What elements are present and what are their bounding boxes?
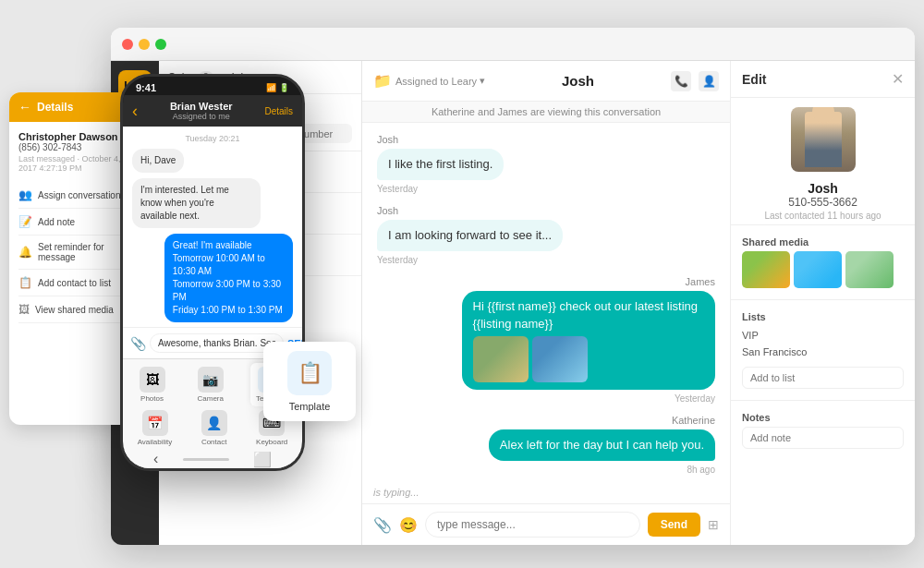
chat-messages: Josh I like the first listing. Yesterday… [362, 123, 730, 481]
contact-avatar [791, 107, 856, 172]
add-list-input[interactable] [742, 367, 904, 389]
message-group: James Hi {{first name}} check out our la… [377, 276, 715, 403]
contact-label: Contact [201, 438, 227, 446]
back-arrow-icon[interactable]: ← [18, 100, 31, 115]
message-input[interactable] [425, 512, 640, 538]
maximize-traffic-light[interactable] [155, 39, 166, 50]
phone-contact-sub: Assigned to me [170, 112, 233, 121]
image-thumbnail [532, 336, 588, 382]
message-group: Josh I like the first listing. Yesterday [377, 134, 715, 194]
msg-sender-name: Josh [377, 134, 398, 145]
view-media-label: View shared media [35, 305, 114, 315]
assign-label: Assign conversation [38, 190, 121, 200]
add-note-input[interactable] [742, 427, 904, 449]
right-panel-header: Edit ✕ [731, 61, 915, 98]
contact-icon: 👤 [201, 410, 227, 436]
viewers-bar: Katherine and James are viewing this con… [362, 102, 730, 123]
phone-date-label: Tuesday 20:21 [132, 134, 293, 143]
chat-input-area: 📎 😊 Send ⊞ [362, 503, 730, 545]
msg-timestamp: 8h ago [687, 465, 715, 475]
add-to-list-label: Add contact to list [38, 278, 111, 288]
phone-messages: Tuesday 20:21 Hi, Dave I'm interested. L… [123, 127, 302, 327]
photos-label: Photos [140, 394, 164, 403]
contact-phone: 510-555-3662 [731, 196, 915, 209]
phone-message-bubble: Great! I'm available Tomorrow 10:00 AM t… [164, 234, 293, 322]
template-popup-label: Template [289, 401, 331, 412]
media-thumbnail[interactable] [742, 251, 790, 288]
minimize-traffic-light[interactable] [139, 39, 150, 50]
media-thumbnail[interactable] [845, 251, 894, 288]
avatar-image [791, 107, 856, 172]
msg-sender-name: Josh [377, 205, 398, 216]
list-tag-sf: San Francisco [742, 345, 807, 358]
assign-label[interactable]: Assigned to Leary ▾ [395, 75, 485, 87]
right-panel-title: Edit [742, 72, 766, 87]
phone-time: 9:41 [136, 82, 156, 93]
detail-panel-title: Details [37, 101, 73, 114]
media-icon: 🖼 [18, 303, 30, 316]
toolbar-item-camera[interactable]: 📷 Camera [192, 363, 229, 406]
square-home-icon[interactable]: ⬜ [253, 451, 272, 468]
close-traffic-light[interactable] [122, 39, 133, 50]
notes-title: Notes [731, 405, 915, 427]
phone-header: ‹ Brian Wester Assigned to me Details [123, 95, 302, 127]
msg-sender-name: James [686, 276, 715, 287]
message-bubble: Alex left for the day but I can help you… [489, 429, 715, 461]
emoji-icon[interactable]: 😊 [399, 516, 418, 534]
list-icon: 📋 [18, 276, 32, 289]
chat-contact-name: Josh [492, 73, 663, 89]
attachment-icon[interactable]: 📎 [373, 516, 392, 534]
contact-last-contacted: Last contacted 11 hours ago [731, 211, 915, 221]
toolbar-item-photos[interactable]: 🖼 Photos [134, 363, 171, 406]
assign-icon: 👥 [18, 188, 32, 201]
divider [731, 224, 915, 225]
phone-back-icon[interactable]: ‹ [132, 102, 138, 121]
phone-contact-name: Brian Wester [170, 101, 233, 112]
photos-icon: 🖼 [140, 367, 165, 393]
close-button[interactable]: ✕ [892, 70, 904, 88]
title-bar [111, 28, 915, 61]
assign-dropdown-arrow-icon: ▾ [480, 75, 485, 87]
availability-icon: 📅 [142, 410, 168, 436]
camera-label: Camera [198, 394, 224, 403]
phone-home-bar: ‹ ⬜ [123, 450, 302, 468]
phone-message-bubble: Hi, Dave [132, 149, 184, 173]
camera-icon: 📷 [198, 367, 224, 393]
phone-status-bar: 9:41 📶 🔋 [123, 77, 302, 95]
msg-timestamp: Yesterday [377, 255, 418, 265]
phone-details-button[interactable]: Details [264, 106, 293, 116]
message-bubble: I am looking forward to see it... [377, 220, 563, 251]
divider [731, 400, 915, 401]
chat-header: 📁 Assigned to Leary ▾ Josh 📞 👤 [362, 61, 730, 102]
format-icon[interactable]: ⊞ [708, 517, 719, 532]
template-popup: 📋 Template [263, 342, 356, 421]
add-note-label: Add note [38, 217, 75, 227]
back-home-icon[interactable]: ‹ [153, 451, 158, 467]
divider [731, 299, 915, 300]
message-bubble: I like the first listing. [377, 149, 504, 180]
msg-timestamp: Yesterday [675, 393, 715, 404]
note-icon: 📝 [18, 215, 32, 228]
msg-sender-name: Katherine [672, 415, 715, 426]
message-bubble: Hi {{first name}} check out our latest l… [462, 291, 716, 389]
user-icon[interactable]: 👤 [699, 71, 719, 91]
viewers-text: Katherine and James are viewing this con… [432, 106, 661, 117]
phone-attach-icon[interactable]: 📎 [130, 336, 146, 351]
availability-label: Availability [138, 438, 173, 446]
lists-section: VIP San Francisco [731, 326, 915, 367]
toolbar-item-contact[interactable]: 👤 Contact [196, 406, 233, 450]
home-indicator[interactable] [183, 458, 229, 461]
template-icon: 📋 [287, 351, 332, 395]
toolbar-item-availability[interactable]: 📅 Availability [132, 406, 178, 450]
image-thumbnail [473, 336, 529, 382]
media-thumbnail[interactable] [794, 251, 842, 288]
contact-name: Josh [731, 181, 915, 196]
message-images [473, 336, 705, 382]
send-button[interactable]: Send [648, 513, 700, 537]
msg-timestamp: Yesterday [377, 184, 418, 194]
phone-message-bubble: I'm interested. Let me know when you're … [132, 178, 261, 228]
keyboard-label: Keyboard [256, 438, 287, 446]
list-tag-vip: VIP [742, 329, 759, 342]
phone-icon[interactable]: 📞 [671, 71, 691, 91]
phone-contact-info: Brian Wester Assigned to me [170, 101, 233, 121]
